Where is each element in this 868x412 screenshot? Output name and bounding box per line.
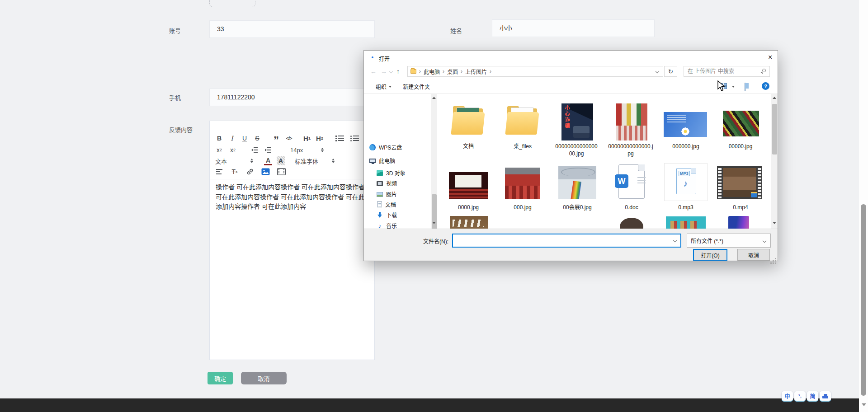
underline-icon[interactable]: U	[241, 134, 249, 143]
file-name[interactable]: 桌_files	[499, 143, 546, 150]
filename-input[interactable]	[453, 234, 680, 247]
sidebar-item-music[interactable]: ♪音乐	[377, 220, 430, 229]
scroll-up-icon[interactable]	[773, 97, 776, 99]
recent-locations-icon[interactable]	[389, 70, 393, 73]
font-family-picker[interactable]: 标准字体	[295, 156, 318, 165]
background-color-icon[interactable]: A	[277, 156, 285, 165]
insert-image-icon[interactable]	[261, 167, 270, 176]
file-thumb-batteries-image[interactable]	[723, 111, 759, 136]
organize-button[interactable]: 组织	[376, 83, 392, 90]
open-button[interactable]: 打开(O)	[693, 249, 727, 261]
filetype-select[interactable]: 所有文件 (*.*)	[687, 234, 771, 248]
sidebar-item-documents[interactable]: 文档	[377, 199, 430, 210]
search-box[interactable]	[684, 66, 770, 77]
resize-grip[interactable]	[775, 258, 776, 259]
scroll-down-icon[interactable]	[773, 222, 776, 224]
file-thumb-word-doc[interactable]: W	[614, 164, 649, 200]
refresh-button[interactable]: ↻	[664, 66, 677, 77]
file-name[interactable]: 0.mp4	[717, 204, 764, 211]
search-input[interactable]	[684, 66, 769, 76]
dialog-cancel-button[interactable]: 取消	[737, 249, 770, 261]
blockquote-icon[interactable]: ”	[272, 134, 280, 143]
sidebar-item-videos[interactable]: 视频	[377, 178, 430, 188]
sidebar-item-pictures[interactable]: 图片	[377, 189, 430, 199]
align-icon[interactable]	[215, 167, 223, 176]
bold-icon[interactable]: B	[215, 134, 223, 143]
ime-skin-button[interactable]	[820, 391, 831, 402]
page-scrollbar-thumb[interactable]	[861, 204, 866, 396]
font-size-picker[interactable]: 14px	[290, 145, 303, 154]
file-name[interactable]: 00000.jpg	[717, 143, 764, 150]
scroll-up-icon[interactable]	[432, 97, 436, 99]
text-style-picker[interactable]: 文本	[215, 156, 227, 165]
bullet-list-icon[interactable]	[350, 134, 359, 143]
page-scrollbar-down-icon[interactable]	[862, 403, 866, 406]
account-input[interactable]: 33	[209, 20, 375, 38]
code-block-icon[interactable]: </>	[285, 134, 293, 143]
sidebar-scrollbar[interactable]	[431, 94, 437, 229]
help-icon[interactable]: ?	[762, 82, 769, 90]
ime-punctuation-button[interactable]: °,	[794, 391, 806, 402]
ordered-list-icon[interactable]	[335, 134, 344, 143]
cancel-button[interactable]: 取消	[241, 372, 287, 384]
insert-video-icon[interactable]	[277, 167, 286, 176]
new-folder-button[interactable]: 新建文件夹	[403, 83, 430, 90]
file-name[interactable]: 00会展0.jpg	[554, 204, 601, 211]
ime-chinese-button[interactable]: 中	[782, 391, 793, 402]
file-thumb-scam-image[interactable]: 小心诈骗	[561, 103, 593, 140]
preview-pane-icon[interactable]	[745, 83, 745, 91]
sidebar-item-downloads[interactable]: 下载	[377, 210, 430, 220]
file-name[interactable]: 0000.jpg	[445, 204, 492, 211]
sidebar-item-wps-cloud[interactable]: WPS云盘	[369, 142, 428, 152]
file-thumb-partial-1[interactable]	[450, 216, 488, 229]
file-name[interactable]: 0000000000000000.jpg	[554, 143, 599, 157]
italic-icon[interactable]: I	[228, 134, 236, 143]
file-thumb-bottles-image[interactable]	[616, 103, 647, 140]
text-color-icon[interactable]: A	[264, 156, 272, 165]
file-name[interactable]: 00000000000000.jpg	[608, 143, 653, 157]
confirm-button[interactable]: 确定	[208, 372, 233, 384]
strikethrough-icon[interactable]: S	[253, 134, 261, 143]
phone-input[interactable]: 17811122200	[209, 89, 375, 106]
file-thumb-expo-image[interactable]	[558, 166, 596, 199]
view-mode-caret-icon[interactable]	[732, 86, 735, 88]
header-2-icon[interactable]: H2	[316, 134, 324, 143]
sidebar-item-this-pc[interactable]: 此电脑	[369, 155, 428, 166]
font-size-picker-arrows[interactable]	[321, 148, 324, 152]
breadcrumb-upload-folder[interactable]: 上传图片	[465, 68, 487, 75]
file-name[interactable]: 文档	[445, 143, 492, 150]
file-thumb-partial-3[interactable]	[666, 216, 706, 229]
back-icon[interactable]: ←	[370, 68, 377, 75]
forward-icon[interactable]: →	[381, 68, 387, 75]
file-list-scrollbar[interactable]	[771, 94, 778, 229]
file-thumb-folder-docs[interactable]	[451, 107, 486, 136]
ime-simplified-button[interactable]: 简	[807, 391, 818, 402]
file-thumb-mp4[interactable]	[717, 166, 762, 199]
outdent-icon[interactable]	[250, 145, 259, 154]
file-thumb-cinema-image[interactable]	[449, 172, 488, 199]
header-1-icon[interactable]: H1	[303, 134, 311, 143]
breadcrumb-this-pc[interactable]: 此电脑	[424, 68, 440, 75]
feedback-content[interactable]: 操作者 可在此添加内容操作者 可在此添加内容操作者 可在此添加内容操作者 可在此…	[216, 183, 369, 212]
feedback-editor[interactable]: B I U S ” </> H1 H2 x2 x2 14px 文本 A A 标准…	[209, 121, 375, 360]
dialog-titlebar[interactable]: 打开 ×	[364, 51, 778, 64]
address-bar[interactable]: › 此电脑 › 桌面 › 上传图片 ›	[407, 66, 663, 77]
text-style-picker-arrows[interactable]	[250, 159, 253, 163]
file-thumb-partial-4[interactable]	[720, 214, 760, 229]
filename-input-wrap[interactable]	[452, 234, 681, 248]
indent-icon[interactable]	[264, 145, 272, 154]
font-family-picker-arrows[interactable]	[332, 159, 335, 163]
up-icon[interactable]: ↑	[396, 68, 400, 75]
subscript-icon[interactable]: x2	[215, 145, 223, 154]
file-thumb-partial-2[interactable]	[612, 214, 651, 229]
address-dropdown-icon[interactable]	[656, 70, 659, 73]
upload-placeholder-box[interactable]	[209, 0, 255, 7]
file-thumb-folder-files[interactable]	[505, 107, 540, 136]
superscript-icon[interactable]: x2	[229, 145, 237, 154]
breadcrumb-desktop[interactable]: 桌面	[447, 68, 458, 75]
file-name[interactable]: 000.jpg	[499, 204, 546, 211]
clear-format-icon[interactable]: Tx	[231, 167, 239, 176]
file-name[interactable]: 0.doc	[608, 204, 655, 211]
file-name[interactable]: 000000.jpg	[662, 143, 709, 150]
file-list-scrollbar-thumb[interactable]	[772, 104, 777, 154]
